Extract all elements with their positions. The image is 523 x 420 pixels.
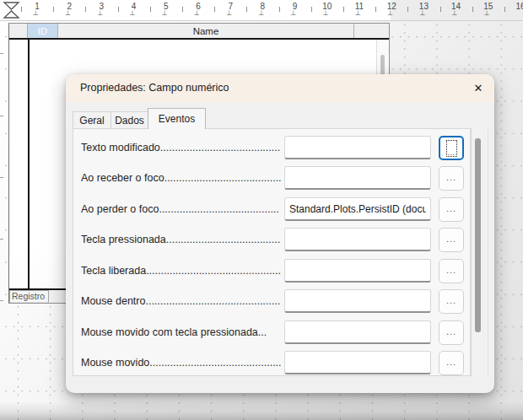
close-icon: ✕ xyxy=(474,81,483,96)
close-button[interactable]: ✕ xyxy=(471,81,486,96)
tab-stop-marker: ⊥ xyxy=(484,9,490,17)
tab-eventos[interactable]: Eventos xyxy=(148,108,206,129)
event-row-0: Texto modificado........................… xyxy=(73,136,470,160)
event-handler-input[interactable] xyxy=(284,197,431,221)
tab-stop-marker: ⊥ xyxy=(387,9,393,17)
dialog-tabs: GeralDadosEventos xyxy=(73,103,205,128)
event-handler-input[interactable] xyxy=(284,320,431,344)
column-header-name[interactable]: Name xyxy=(58,24,354,38)
vertical-ruler-tick xyxy=(0,300,3,301)
column-header-id[interactable]: ID xyxy=(28,24,58,38)
browse-button[interactable]: ... xyxy=(439,197,464,222)
tab-stop-marker: ⊥ xyxy=(452,9,458,17)
event-handler-input[interactable] xyxy=(284,166,431,190)
browse-button[interactable]: ... xyxy=(439,228,464,252)
ruler-half-tick xyxy=(246,7,247,12)
dialog-title: Propriedades: Campo numérico xyxy=(80,74,229,102)
event-row-7: Mouse movido............................… xyxy=(73,351,470,375)
event-label: Mouse dentro............................… xyxy=(81,289,281,314)
dialog-scrollbar-thumb[interactable] xyxy=(475,138,481,332)
tab-stop-marker: ⊥ xyxy=(323,9,329,17)
event-row-5: Mouse dentro............................… xyxy=(73,289,470,314)
tab-stop-marker: ⊥ xyxy=(226,9,232,17)
ellipsis-icon: ... xyxy=(446,357,456,367)
event-row-2: Ao perder o foco........................… xyxy=(73,197,470,222)
ruler-half-tick xyxy=(440,7,441,12)
ellipsis-icon: ... xyxy=(446,326,456,337)
event-handler-input[interactable] xyxy=(284,228,431,251)
vertical-ruler-tick xyxy=(0,53,3,54)
event-handler-input[interactable] xyxy=(284,289,431,313)
app-window: 12345678910111213141516⊥⊥⊥⊥⊥⊥⊥⊥⊥⊥⊥⊥⊥⊥⊥ I… xyxy=(0,0,523,420)
ruler-half-tick xyxy=(504,7,505,12)
tab-stop-marker: ⊥ xyxy=(97,9,103,17)
ruler-half-tick xyxy=(214,7,215,12)
ruler-half-tick xyxy=(182,7,183,12)
event-label: Ao perder o foco........................… xyxy=(81,197,281,222)
event-label: Ao receber o foco.......................… xyxy=(81,166,281,191)
ellipsis-icon: ... xyxy=(446,203,456,213)
event-row-1: Ao receber o foco.......................… xyxy=(73,166,470,191)
browse-button[interactable]: ... xyxy=(439,259,464,283)
ruler-half-tick xyxy=(407,7,408,12)
tab-dados[interactable]: Dados xyxy=(111,111,148,128)
ruler-half-tick xyxy=(21,7,22,12)
column-header-empty[interactable] xyxy=(354,24,389,38)
ruler-half-tick xyxy=(472,7,473,12)
browse-button[interactable]: ... xyxy=(439,351,464,375)
ellipsis-icon: ... xyxy=(446,265,456,275)
column-header-selector[interactable] xyxy=(9,24,28,38)
ruler-half-tick xyxy=(150,7,151,12)
properties-dialog: Propriedades: Campo numérico ✕ GeralDado… xyxy=(66,74,494,393)
record-label: Registro xyxy=(9,290,49,303)
ellipsis-icon: ... xyxy=(447,150,455,156)
event-handler-input[interactable] xyxy=(284,259,431,283)
event-handler-input[interactable] xyxy=(284,136,431,159)
event-label: Mouse movido com tecla pressionada... xyxy=(81,320,281,345)
vertical-ruler-tick xyxy=(0,116,3,116)
dialog-vertical-scrollbar[interactable] xyxy=(471,128,488,376)
ruler-tick-label: 16 xyxy=(515,2,523,11)
ruler-half-tick xyxy=(375,7,376,12)
ruler-half-tick xyxy=(279,7,280,12)
ellipsis-icon: ... xyxy=(446,234,456,244)
events-panel: Texto modificado........................… xyxy=(73,128,471,376)
ellipsis-icon: ... xyxy=(446,295,456,305)
tab-stop-marker: ⊥ xyxy=(130,9,136,17)
tab-selector-icon[interactable] xyxy=(2,1,22,19)
row-selector-divider xyxy=(28,40,30,288)
ruler-half-tick xyxy=(118,7,119,12)
grid-header-row: IDName xyxy=(9,24,389,40)
event-row-6: Mouse movido com tecla pressionada...... xyxy=(73,320,470,345)
browse-button[interactable]: ... xyxy=(439,166,464,191)
tab-stop-marker: ⊥ xyxy=(258,9,264,17)
focus-rectangle: ... xyxy=(446,140,457,157)
tab-stop-marker: ⊥ xyxy=(194,9,200,17)
dialog-title-bar[interactable]: Propriedades: Campo numérico ✕ xyxy=(66,74,494,102)
ruler-half-tick xyxy=(53,7,54,12)
browse-button[interactable]: ... xyxy=(439,289,464,314)
tab-stop-marker: ⊥ xyxy=(291,9,297,17)
browse-button[interactable]: ... xyxy=(439,320,464,345)
ellipsis-icon: ... xyxy=(446,172,456,182)
tab-stop-marker: ⊥ xyxy=(355,9,361,17)
vertical-ruler-tick xyxy=(0,177,3,178)
tab-stop-marker: ⊥ xyxy=(162,9,168,17)
window-bottom-shadow xyxy=(0,401,523,420)
event-label: Texto modificado........................… xyxy=(81,136,281,160)
event-row-4: Tecla liberada..........................… xyxy=(73,259,470,283)
vertical-ruler-tick xyxy=(0,239,3,240)
browse-button[interactable]: ... xyxy=(439,136,464,160)
event-label: Tecla pressionada.......................… xyxy=(81,228,281,252)
event-handler-input[interactable] xyxy=(284,351,431,374)
ruler-half-tick xyxy=(343,7,344,12)
event-label: Mouse movido............................… xyxy=(81,351,281,375)
tab-stop-marker: ⊥ xyxy=(33,9,39,17)
event-row-3: Tecla pressionada.......................… xyxy=(73,228,470,252)
tab-stop-marker: ⊥ xyxy=(65,9,71,17)
event-label: Tecla liberada..........................… xyxy=(81,259,281,283)
ruler-half-tick xyxy=(85,7,86,12)
tab-stop-marker: ⊥ xyxy=(419,9,425,17)
horizontal-ruler[interactable]: 12345678910111213141516⊥⊥⊥⊥⊥⊥⊥⊥⊥⊥⊥⊥⊥⊥⊥ xyxy=(0,0,523,21)
tab-geral[interactable]: Geral xyxy=(73,111,111,128)
